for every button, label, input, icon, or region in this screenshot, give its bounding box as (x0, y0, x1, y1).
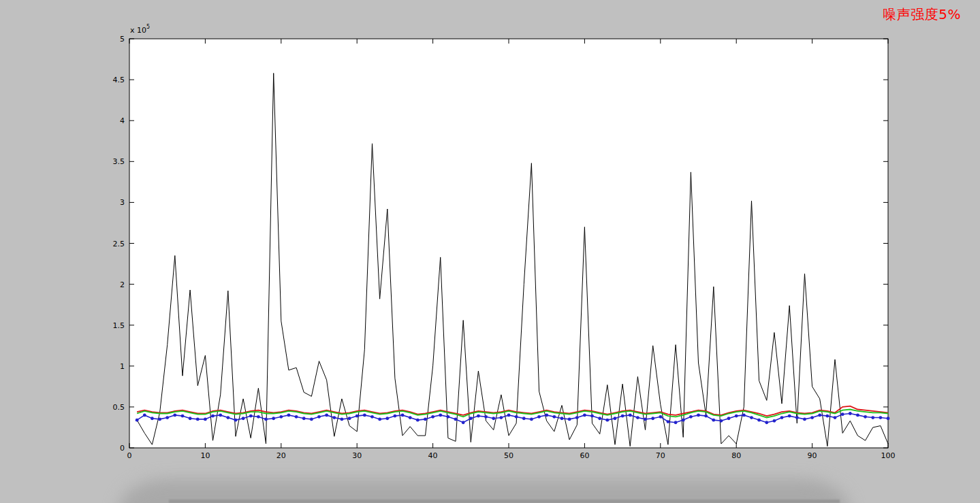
x-tick-label: 30 (352, 451, 362, 460)
marker-estimate-blue (409, 416, 412, 419)
marker-estimate-blue (795, 416, 799, 419)
marker-estimate-blue (439, 414, 442, 417)
figure-title: 噪声强度5% (883, 5, 961, 24)
y-tick-label: 4 (120, 116, 125, 125)
marker-estimate-blue (667, 420, 670, 423)
marker-estimate-blue (416, 419, 420, 422)
marker-estimate-blue (841, 412, 844, 416)
marker-estimate-blue (446, 415, 449, 419)
y-tick-label: 4.5 (113, 76, 125, 84)
marker-estimate-blue (484, 415, 488, 419)
marker-estimate-blue (742, 414, 746, 417)
y-tick-label: 5 (120, 35, 125, 44)
y-tick-label: 2.5 (113, 240, 125, 248)
marker-estimate-blue (621, 415, 625, 418)
marker-estimate-blue (507, 414, 511, 417)
marker-estimate-blue (605, 419, 609, 422)
marker-estimate-blue (560, 417, 564, 420)
marker-estimate-blue (712, 419, 715, 422)
y-tick-label: 1.5 (113, 321, 125, 330)
marker-estimate-blue (659, 415, 662, 419)
marker-estimate-blue (341, 418, 344, 421)
marker-estimate-blue (204, 418, 207, 421)
marker-estimate-blue (378, 418, 381, 421)
marker-estimate-blue (136, 419, 139, 422)
marker-estimate-blue (871, 416, 874, 419)
marker-estimate-blue (385, 417, 389, 420)
marker-estimate-blue (651, 417, 654, 420)
marker-estimate-blue (499, 416, 503, 419)
marker-estimate-blue (302, 417, 306, 420)
marker-estimate-blue (363, 414, 366, 417)
marker-estimate-blue (765, 421, 768, 424)
marker-estimate-blue (249, 415, 253, 418)
x-tick-label: 70 (656, 451, 665, 460)
marker-estimate-blue (394, 415, 397, 418)
marker-estimate-blue (575, 416, 579, 419)
marker-estimate-blue (704, 415, 708, 418)
marker-estimate-blue (674, 421, 678, 424)
x-tick-label: 100 (881, 451, 896, 460)
marker-estimate-blue (590, 415, 594, 418)
marker-estimate-blue (697, 414, 700, 417)
y-tick-label: 3.5 (113, 157, 125, 166)
marker-estimate-blue (530, 418, 533, 421)
marker-estimate-blue (864, 415, 867, 419)
marker-estimate-blue (735, 415, 738, 418)
y-axis-exponent-label: x 105 (130, 24, 150, 35)
marker-estimate-blue (568, 418, 571, 421)
marker-estimate-blue (849, 412, 852, 415)
y-tick-label: 0.5 (113, 403, 125, 412)
marker-estimate-blue (636, 416, 639, 419)
marker-estimate-blue (325, 414, 328, 417)
marker-estimate-blue (682, 419, 685, 422)
marker-estimate-blue (279, 415, 283, 419)
marker-estimate-blue (522, 417, 526, 420)
marker-estimate-blue (454, 418, 458, 421)
marker-estimate-blue (727, 417, 731, 420)
plot-area (129, 39, 888, 448)
marker-estimate-blue (226, 416, 230, 419)
x-tick-label: 20 (276, 451, 286, 460)
marker-estimate-blue (598, 417, 601, 420)
marker-estimate-blue (818, 414, 821, 417)
x-tick-label: 50 (504, 451, 513, 460)
marker-estimate-blue (234, 419, 238, 422)
marker-estimate-blue (151, 417, 154, 420)
marker-estimate-blue (788, 415, 791, 418)
marker-estimate-blue (211, 415, 215, 418)
marker-estimate-blue (287, 414, 291, 417)
chart-canvas: 010203040506070809010000.511.522.533.544… (0, 0, 980, 503)
marker-estimate-blue (825, 415, 829, 418)
marker-estimate-blue (492, 417, 495, 420)
marker-estimate-blue (431, 415, 434, 419)
marker-estimate-blue (757, 419, 761, 422)
marker-estimate-blue (370, 415, 374, 419)
marker-estimate-blue (689, 415, 693, 419)
marker-estimate-blue (477, 415, 480, 418)
marker-estimate-blue (810, 416, 814, 419)
marker-estimate-blue (856, 414, 859, 417)
marker-estimate-blue (750, 416, 753, 419)
marker-estimate-blue (515, 415, 518, 419)
marker-estimate-blue (834, 416, 837, 419)
marker-estimate-blue (264, 418, 268, 421)
marker-estimate-blue (629, 414, 632, 417)
marker-estimate-blue (614, 417, 617, 420)
marker-estimate-blue (310, 418, 313, 421)
marker-estimate-blue (887, 417, 890, 420)
marker-estimate-blue (803, 418, 806, 421)
marker-estimate-blue (773, 419, 776, 423)
x-tick-label: 60 (580, 451, 589, 460)
x-tick-label: 0 (127, 451, 132, 460)
marker-estimate-blue (552, 415, 556, 419)
x-tick-label: 10 (200, 451, 210, 460)
marker-estimate-blue (242, 417, 245, 420)
marker-estimate-blue (189, 417, 192, 420)
matlab-figure-window: 010203040506070809010000.511.522.533.544… (0, 0, 980, 503)
y-tick-label: 1 (120, 362, 125, 371)
marker-estimate-blue (401, 414, 405, 417)
marker-estimate-blue (272, 417, 275, 420)
marker-estimate-blue (537, 415, 541, 419)
marker-estimate-blue (879, 416, 882, 419)
